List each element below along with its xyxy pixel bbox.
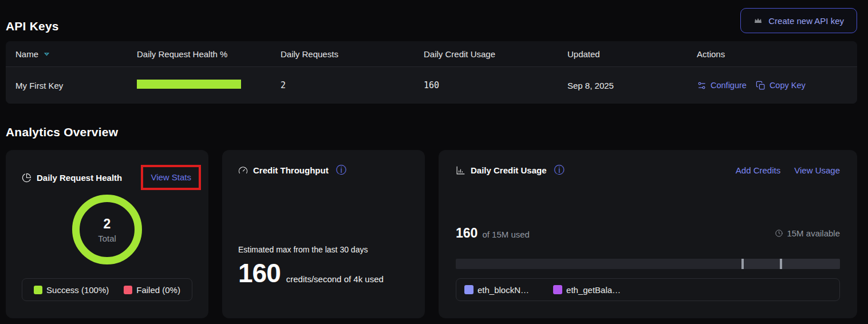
progress-tick-marker — [780, 259, 782, 269]
daily-request-health-card: Daily Request Health View Stats 2 Total … — [6, 150, 208, 318]
request-health-donut-chart: 2 Total — [72, 195, 142, 264]
info-icon[interactable]: ⓘ — [554, 165, 565, 175]
daily-credit-usage-card: Daily Credit Usage ⓘ Add Credits View Us… — [439, 150, 857, 318]
table-header-row: Name Daily Request Health % Daily Reques… — [6, 41, 857, 67]
credit-usage-progress-bar — [456, 259, 840, 269]
failed-swatch — [124, 286, 132, 294]
legend-failed: Failed (0%) — [124, 285, 180, 295]
daily-requests-value: 2 — [281, 80, 424, 90]
legend-success: Success (100%) — [34, 285, 109, 295]
bar-chart-icon — [456, 165, 465, 175]
legend-eth-getbalance: eth_getBala… — [553, 285, 621, 295]
api-key-name: My First Key — [15, 81, 137, 90]
legend-eth-blocknumber: eth_blockN… — [464, 285, 529, 295]
analytics-cards: Daily Request Health View Stats 2 Total … — [6, 150, 857, 318]
credits-used-value: 160 — [456, 226, 478, 241]
actions-cell: Configure Copy Key — [697, 81, 857, 90]
eth-getbalance-swatch — [553, 285, 562, 294]
view-usage-link[interactable]: View Usage — [794, 165, 840, 175]
card-title: Daily Request Health — [37, 173, 122, 183]
annotation-highlight-box: View Stats — [141, 165, 201, 190]
throughput-value: 160 — [238, 260, 281, 286]
analytics-overview-title: Analytics Overview — [6, 125, 857, 139]
card-title: Daily Credit Usage — [471, 165, 547, 175]
column-header-daily-requests: Daily Requests — [281, 49, 424, 59]
create-new-api-key-button[interactable]: Create new API key — [740, 8, 857, 33]
column-header-daily-credit-usage: Daily Credit Usage — [424, 49, 567, 59]
sliders-icon — [697, 81, 707, 90]
view-stats-link[interactable]: View Stats — [151, 172, 191, 182]
column-header-health: Daily Request Health % — [137, 49, 281, 59]
configure-button[interactable]: Configure — [697, 81, 747, 90]
page-title: API Keys — [6, 19, 59, 33]
updated-date: Sep 8, 2025 — [567, 81, 697, 90]
usage-legend: eth_blockN… eth_getBala… — [456, 278, 840, 301]
api-keys-table: Name Daily Request Health % Daily Reques… — [6, 41, 857, 104]
progress-tick-marker — [741, 259, 744, 269]
gauge-icon — [238, 165, 248, 175]
create-new-api-key-label: Create new API key — [768, 16, 844, 26]
info-icon[interactable]: ⓘ — [336, 165, 346, 175]
health-legend: Success (100%) Failed (0%) — [22, 278, 192, 301]
pie-chart-icon — [22, 173, 31, 183]
eth-blocknumber-swatch — [464, 285, 474, 294]
sort-chevron-icon[interactable] — [43, 50, 50, 58]
add-credits-link[interactable]: Add Credits — [736, 165, 780, 175]
card-title: Credit Throughput — [253, 165, 329, 175]
copy-key-button[interactable]: Copy Key — [756, 81, 806, 90]
daily-credit-usage-value: 160 — [424, 80, 567, 90]
column-header-updated: Updated — [567, 49, 697, 59]
dashboard: API Keys Create new API key Name Daily R… — [0, 0, 868, 324]
crown-icon — [753, 16, 763, 25]
health-percent-bar — [137, 80, 241, 89]
donut-total-value: 2 — [104, 216, 111, 232]
topbar: API Keys Create new API key — [6, 0, 857, 33]
credits-available-label: 15M available — [787, 228, 840, 238]
copy-icon — [756, 81, 766, 90]
table-row: My First Key 2 160 Sep 8, 2025 Configure… — [6, 67, 857, 104]
throughput-suffix: credits/second of 4k used — [286, 274, 384, 284]
credit-throughput-card: Credit Throughput ⓘ Estimated max from t… — [222, 150, 425, 318]
success-swatch — [34, 286, 42, 294]
column-header-name[interactable]: Name — [15, 49, 137, 59]
column-header-actions: Actions — [697, 49, 857, 59]
donut-total-label: Total — [98, 234, 116, 243]
throughput-subtitle: Estimated max from the last 30 days — [238, 245, 368, 254]
credits-used-suffix: of 15M used — [482, 230, 530, 239]
clock-icon — [775, 229, 783, 238]
